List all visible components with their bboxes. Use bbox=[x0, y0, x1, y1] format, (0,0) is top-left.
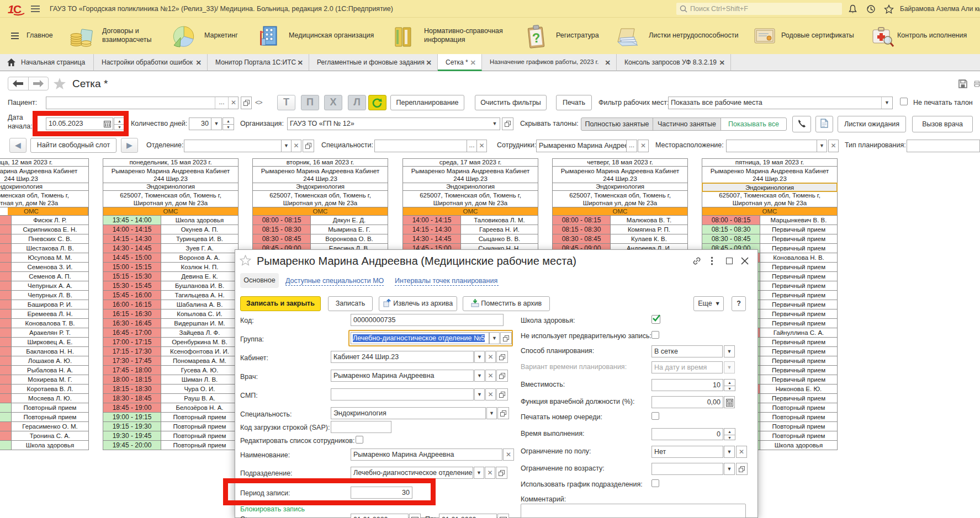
svg-text:С: С bbox=[13, 3, 22, 15]
svg-text:?: ? bbox=[532, 30, 541, 45]
